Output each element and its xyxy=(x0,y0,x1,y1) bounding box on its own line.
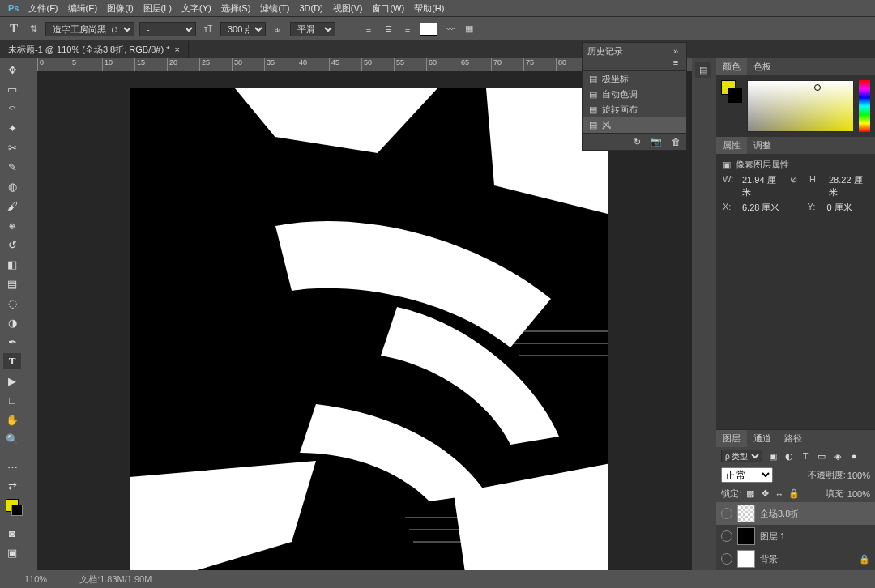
history-panel[interactable]: 历史记录 »≡ ▤极坐标 ▤自动色调 ▤旋转画布 ▤风 ↻ 📷 🗑 xyxy=(582,42,687,151)
zoom-readout[interactable]: 110% xyxy=(24,574,47,584)
dodge-tool[interactable]: ◑ xyxy=(3,314,21,330)
fill-value[interactable]: 100% xyxy=(847,489,870,499)
history-item[interactable]: ▤旋转画布 xyxy=(583,102,686,117)
w-value[interactable]: 21.94 厘米 xyxy=(742,174,782,198)
lock-all-icon[interactable]: 🔒 xyxy=(788,488,800,500)
layer-thumb[interactable] xyxy=(737,505,755,522)
tab-layers[interactable]: 图层 xyxy=(716,430,747,447)
align-left-icon[interactable]: ≡ xyxy=(361,22,376,36)
pen-tool[interactable]: ✒ xyxy=(3,334,21,350)
font-size-select[interactable]: 300 点 xyxy=(220,22,266,36)
filter-adjust-icon[interactable]: ◐ xyxy=(783,450,795,462)
screenmode-icon[interactable]: ▣ xyxy=(3,544,21,560)
align-center-icon[interactable]: ≣ xyxy=(381,22,395,36)
path-select-tool[interactable]: ▶ xyxy=(3,373,21,389)
visibility-icon[interactable] xyxy=(721,530,732,542)
menu-type[interactable]: 文字(Y) xyxy=(177,0,216,17)
filter-type-icon[interactable]: T xyxy=(800,450,811,462)
workspace-icon[interactable]: ▤ xyxy=(695,62,711,78)
menu-file[interactable]: 文件(F) xyxy=(23,0,62,17)
lock-pixels-icon[interactable]: ▩ xyxy=(745,488,756,500)
layer-row[interactable]: 全场3.8折 xyxy=(716,502,875,525)
stamp-tool[interactable]: ⎈ xyxy=(3,217,21,233)
history-item[interactable]: ▤风 xyxy=(583,117,686,133)
tab-paths[interactable]: 路径 xyxy=(778,430,809,447)
font-family-select[interactable]: 造字工房尚黑（非... xyxy=(45,22,134,36)
lock-artboard-icon[interactable]: ↔ xyxy=(774,488,785,500)
marquee-tool[interactable]: ▭ xyxy=(3,81,21,97)
swap-colors-icon[interactable]: ⇄ xyxy=(3,478,21,494)
align-right-icon[interactable]: ≡ xyxy=(400,22,415,36)
history-item[interactable]: ▤极坐标 xyxy=(583,71,686,87)
collapse-icon[interactable]: » xyxy=(670,45,681,57)
spot-heal-tool[interactable]: ◍ xyxy=(3,178,21,194)
close-icon[interactable]: × xyxy=(174,45,179,54)
hand-tool[interactable]: ✋ xyxy=(3,411,21,428)
eraser-tool[interactable]: ◧ xyxy=(3,256,21,272)
antialias-select[interactable]: 平滑 xyxy=(290,22,335,36)
menu-image[interactable]: 图像(I) xyxy=(102,0,138,17)
char-panel-icon[interactable]: ▦ xyxy=(462,22,476,36)
text-color-swatch[interactable] xyxy=(420,23,438,36)
edit-toolbar-icon[interactable]: ⋯ xyxy=(3,458,21,475)
crop-tool[interactable]: ✂ xyxy=(3,139,21,156)
tab-properties[interactable]: 属性 xyxy=(716,137,747,154)
filter-smart-icon[interactable]: ◈ xyxy=(832,450,843,462)
opacity-value[interactable]: 100% xyxy=(847,471,870,480)
filter-toggle-icon[interactable]: ● xyxy=(848,450,860,462)
layer-name[interactable]: 图层 1 xyxy=(760,530,785,543)
history-item[interactable]: ▤自动色调 xyxy=(583,87,686,102)
layer-filter-select[interactable]: ρ 类型 xyxy=(721,450,762,462)
tab-color[interactable]: 颜色 xyxy=(716,58,747,75)
gradient-tool[interactable]: ▤ xyxy=(3,275,21,292)
menu-3d[interactable]: 3D(D) xyxy=(294,1,327,15)
tab-swatches[interactable]: 色板 xyxy=(747,58,778,75)
menu-help[interactable]: 帮助(H) xyxy=(409,0,449,17)
menu-view[interactable]: 视图(V) xyxy=(328,0,368,17)
zoom-tool[interactable]: 🔍 xyxy=(3,431,21,447)
lock-position-icon[interactable]: ✥ xyxy=(759,488,770,500)
document-tab[interactable]: 未标题-1 @ 110% (全场3.8折, RGB/8#) * × xyxy=(0,41,189,58)
quickmask-icon[interactable]: ◙ xyxy=(3,525,21,541)
y-value[interactable]: 0 厘米 xyxy=(826,202,852,214)
color-field[interactable] xyxy=(747,80,854,132)
x-value[interactable]: 6.28 厘米 xyxy=(742,202,779,214)
filter-shape-icon[interactable]: ▭ xyxy=(816,450,827,462)
snapshot-icon[interactable]: 📷 xyxy=(651,136,662,147)
menu-window[interactable]: 窗口(W) xyxy=(367,0,409,17)
doc-info[interactable]: 文档:1.83M/1.90M xyxy=(79,573,152,586)
tab-channels[interactable]: 通道 xyxy=(747,430,778,447)
new-doc-from-state-icon[interactable]: ↻ xyxy=(631,136,642,147)
type-tool[interactable]: T xyxy=(3,353,21,369)
menu-filter[interactable]: 滤镜(T) xyxy=(255,0,294,17)
document-canvas[interactable] xyxy=(130,91,608,570)
blend-mode-select[interactable]: 正常 xyxy=(721,467,773,483)
hue-slider[interactable] xyxy=(859,80,870,132)
fg-bg-colors[interactable] xyxy=(3,497,21,513)
menu-layer[interactable]: 图层(L) xyxy=(139,0,177,17)
tab-adjustments[interactable]: 调整 xyxy=(747,137,778,154)
history-brush-tool[interactable]: ↺ xyxy=(3,236,21,253)
layer-row[interactable]: 图层 1 xyxy=(716,525,875,548)
layer-row[interactable]: 背景 🔒 xyxy=(716,548,875,570)
layer-thumb[interactable] xyxy=(737,550,755,568)
filter-image-icon[interactable]: ▣ xyxy=(767,450,779,462)
font-style-select[interactable]: - xyxy=(139,22,196,36)
visibility-icon[interactable] xyxy=(721,508,732,519)
shape-tool[interactable]: □ xyxy=(3,392,21,408)
layer-thumb[interactable] xyxy=(737,527,755,545)
visibility-icon[interactable] xyxy=(721,553,732,565)
menu-select[interactable]: 选择(S) xyxy=(216,0,256,17)
lasso-tool[interactable]: ⌔ xyxy=(3,100,21,117)
brush-tool[interactable]: 🖌 xyxy=(3,198,21,214)
link-icon[interactable]: ⊘ xyxy=(790,174,801,198)
orientation-icon[interactable]: ⇅ xyxy=(26,22,41,36)
panel-menu-icon[interactable]: ≡ xyxy=(670,57,681,68)
layer-name[interactable]: 背景 xyxy=(760,553,778,565)
eyedropper-tool[interactable]: ✎ xyxy=(3,159,21,175)
h-value[interactable]: 28.22 厘米 xyxy=(829,174,869,198)
trash-icon[interactable]: 🗑 xyxy=(670,136,681,147)
menu-edit[interactable]: 编辑(E) xyxy=(63,0,103,17)
move-tool[interactable]: ✥ xyxy=(3,62,21,78)
blur-tool[interactable]: ◌ xyxy=(3,295,21,311)
